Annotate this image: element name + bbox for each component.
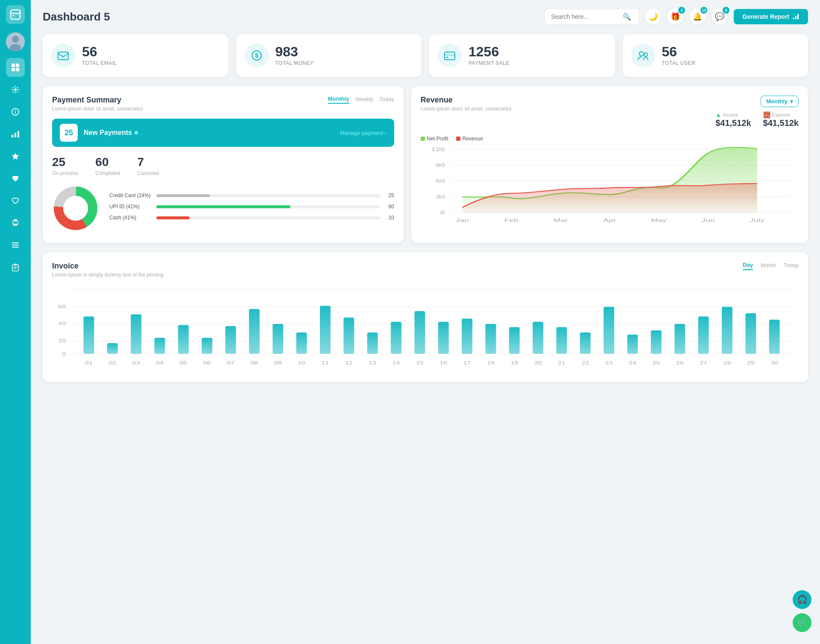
payment-stat-completed: 60Completed bbox=[95, 155, 120, 176]
sidebar-item-chart[interactable] bbox=[6, 125, 25, 143]
revenue-legend: Net Profit Revenue bbox=[421, 136, 799, 142]
stat-card-payment: 1256 PAYMENT SALE bbox=[429, 34, 615, 77]
invoice-bar-label: 30 bbox=[770, 360, 778, 365]
svg-rect-25 bbox=[12, 265, 18, 271]
invoice-bar bbox=[580, 332, 591, 354]
revenue-monthly-dropdown[interactable]: Monthly ▾ bbox=[761, 96, 799, 107]
svg-rect-31 bbox=[797, 14, 799, 19]
invoice-bar-label: 27 bbox=[700, 360, 707, 365]
payment-summary-card: Payment Summary Lorem ipsum dolor sit am… bbox=[43, 86, 404, 243]
svg-rect-0 bbox=[11, 10, 20, 19]
invoice-subtitle: Lorem Ipsum is simply dummy text of the … bbox=[52, 272, 164, 278]
invoice-bar bbox=[414, 311, 425, 354]
new-payments-dot bbox=[135, 131, 138, 134]
sidebar-item-heart2[interactable] bbox=[6, 191, 25, 210]
manage-payment-link[interactable]: Manage payment › bbox=[340, 130, 386, 136]
svg-point-21 bbox=[17, 222, 18, 223]
stat-label-payment: PAYMENT SALE bbox=[469, 60, 510, 66]
invoice-bar-label: 03 bbox=[132, 360, 140, 365]
revenue-dropdown-label: Monthly bbox=[766, 98, 788, 105]
svg-rect-27 bbox=[14, 267, 17, 268]
svg-point-13 bbox=[15, 110, 16, 111]
invoice-bar-label: 25 bbox=[653, 360, 660, 365]
header-right: 🔍 🌙 🎁 2 🔔 12 💬 5 Generate Report bbox=[545, 9, 808, 25]
sidebar-item-dashboard[interactable] bbox=[6, 58, 25, 77]
search-box[interactable]: 🔍 bbox=[545, 9, 639, 24]
invoice-bar-label: 16 bbox=[439, 360, 447, 365]
invoice-bar bbox=[698, 317, 709, 354]
tab-monthly[interactable]: Monthly bbox=[328, 96, 349, 104]
search-input[interactable] bbox=[551, 13, 619, 20]
invoice-bar bbox=[367, 332, 378, 354]
sidebar-item-print[interactable] bbox=[6, 213, 25, 232]
chat-button[interactable]: 💬 5 bbox=[712, 9, 728, 25]
svg-rect-23 bbox=[12, 245, 19, 245]
bell-button[interactable]: 🔔 12 bbox=[689, 9, 706, 25]
invoice-bar-label: 12 bbox=[345, 360, 353, 365]
cart-fab[interactable]: 🛒 bbox=[793, 613, 811, 632]
svg-rect-30 bbox=[795, 16, 797, 19]
inv-tab-today[interactable]: Today bbox=[784, 262, 799, 270]
invoice-bar bbox=[603, 307, 614, 354]
payment-tab-group: Monthly Weekly Today bbox=[328, 96, 394, 104]
svg-rect-6 bbox=[12, 64, 15, 67]
sidebar-item-star[interactable] bbox=[6, 147, 25, 166]
sidebar-item-info[interactable] bbox=[6, 102, 25, 121]
avatar[interactable] bbox=[6, 32, 25, 51]
inv-tab-month[interactable]: Month bbox=[761, 262, 776, 270]
invoice-bar-label: 24 bbox=[629, 360, 636, 365]
sidebar-logo[interactable] bbox=[6, 5, 25, 24]
sidebar-item-clipboard[interactable] bbox=[6, 258, 25, 277]
search-icon: 🔍 bbox=[623, 13, 631, 21]
svg-rect-15 bbox=[15, 133, 16, 137]
generate-report-button[interactable]: Generate Report bbox=[734, 9, 808, 24]
invoice-bar bbox=[651, 330, 662, 354]
invoice-bar-label: 22 bbox=[581, 360, 589, 365]
sidebar-item-list[interactable] bbox=[6, 236, 25, 254]
invoice-bar-label: 14 bbox=[392, 360, 400, 365]
invoice-bar-label: 05 bbox=[179, 360, 187, 365]
expense-label: 🧱 Expense bbox=[763, 111, 799, 118]
svg-text:July: July bbox=[750, 218, 764, 223]
svg-point-40 bbox=[639, 52, 644, 56]
svg-rect-7 bbox=[16, 64, 19, 67]
bell-badge: 12 bbox=[700, 7, 707, 14]
invoice-chart: 0 20 40 60 01020304050607080910111213141… bbox=[52, 286, 799, 371]
invoice-bar bbox=[272, 324, 283, 354]
stat-card-money: $ 983 TOTAL MONEY bbox=[236, 34, 422, 77]
gift-badge: 2 bbox=[678, 7, 685, 14]
svg-rect-29 bbox=[793, 17, 794, 19]
svg-text:0: 0 bbox=[62, 351, 66, 356]
svg-marker-17 bbox=[12, 153, 19, 160]
svg-rect-9 bbox=[16, 68, 19, 71]
invoice-bar bbox=[674, 324, 685, 354]
inv-tab-day[interactable]: Day bbox=[743, 262, 753, 270]
svg-point-10 bbox=[14, 88, 17, 91]
payment-bars: Credit Card (24%) 25 UPI ID (41%) 60 Cas… bbox=[109, 192, 394, 226]
svg-text:60: 60 bbox=[58, 304, 66, 309]
invoice-bar bbox=[391, 322, 401, 354]
gift-button[interactable]: 🎁 2 bbox=[667, 9, 683, 25]
svg-rect-26 bbox=[14, 264, 17, 265]
tab-today[interactable]: Today bbox=[379, 96, 394, 103]
stat-icon-user bbox=[631, 44, 655, 67]
stat-card-user: 56 TOTAL USER bbox=[623, 34, 808, 77]
invoice-bar bbox=[107, 343, 118, 354]
invoice-bar-label: 18 bbox=[487, 360, 495, 365]
chevron-down-icon: ▾ bbox=[790, 98, 793, 105]
invoice-bar bbox=[533, 322, 543, 354]
headset-fab[interactable]: 🎧 bbox=[793, 590, 811, 609]
invoice-bar-label: 10 bbox=[298, 360, 305, 365]
sidebar-item-settings[interactable] bbox=[6, 80, 25, 99]
stat-icon-email bbox=[51, 44, 75, 67]
invoice-bar bbox=[83, 317, 94, 354]
invoice-bar-label: 20 bbox=[534, 360, 542, 365]
gift-icon: 🎁 bbox=[671, 12, 680, 21]
dark-mode-button[interactable]: 🌙 bbox=[645, 9, 661, 25]
middle-row: Payment Summary Lorem ipsum dolor sit am… bbox=[43, 86, 808, 243]
invoice-bar-label: 09 bbox=[274, 360, 282, 365]
sidebar-item-heart1[interactable] bbox=[6, 169, 25, 188]
tab-weekly[interactable]: Weekly bbox=[355, 96, 373, 103]
header: Dashboard 5 🔍 🌙 🎁 2 🔔 12 💬 5 Gen bbox=[43, 9, 808, 25]
invoice-bar-label: 23 bbox=[605, 360, 613, 365]
